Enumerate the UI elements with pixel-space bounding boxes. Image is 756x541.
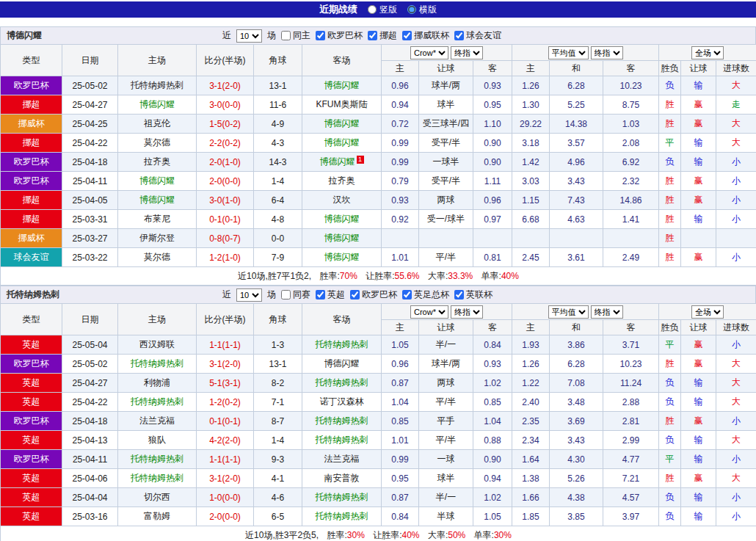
odds-final-select[interactable]: 终指 bbox=[451, 305, 483, 319]
odds-away-cell: 0.94 bbox=[473, 469, 512, 488]
sub-away: 客 bbox=[473, 61, 512, 76]
scope-select[interactable]: 全场 bbox=[691, 305, 724, 319]
match-date: 25-04-06 bbox=[62, 469, 118, 488]
handicap-cell: 平/半 bbox=[419, 248, 473, 267]
team-name: 博德闪耀 bbox=[7, 29, 222, 42]
home-team-cell: 法兰克福 bbox=[118, 412, 197, 431]
avg-final-select[interactable]: 终指 bbox=[591, 46, 623, 59]
handicap-cell: 半/一 bbox=[419, 335, 473, 355]
avg-draw-cell: 4.38 bbox=[550, 488, 603, 507]
home-team-name: 托特纳姆热刺 bbox=[131, 396, 183, 407]
home-team-cell: 博德闪耀 bbox=[118, 191, 197, 210]
filter-same-competition[interactable]: 同赛 bbox=[281, 288, 310, 301]
league-checkbox[interactable] bbox=[316, 31, 325, 40]
avg-home-cell: 1.42 bbox=[512, 153, 550, 172]
result-cell: 负 bbox=[659, 76, 681, 95]
avg-select[interactable]: 平均值 bbox=[548, 46, 589, 59]
league-checkbox[interactable] bbox=[368, 31, 377, 40]
league-checkbox[interactable] bbox=[402, 290, 412, 299]
recent-count-select[interactable]: 10 bbox=[236, 288, 262, 302]
filter-league-1[interactable]: 挪超 bbox=[368, 29, 397, 42]
corner-cell: 6-5 bbox=[254, 507, 302, 526]
filter-league-3[interactable]: 球会友谊 bbox=[454, 29, 501, 42]
goals-cell: 小 bbox=[716, 210, 756, 229]
league-label: 欧罗巴杯 bbox=[327, 29, 363, 42]
summary-stat: 让胜率:40% bbox=[373, 530, 419, 540]
avg-final-select[interactable]: 终指 bbox=[591, 305, 623, 319]
score-cell: 5-1(3-1) bbox=[197, 374, 254, 393]
odds-source-select[interactable]: Crow* bbox=[410, 305, 448, 319]
home-team-cell: 拉齐奥 bbox=[118, 153, 197, 172]
avg-away-cell: 7.21 bbox=[603, 469, 659, 488]
odds-away-cell: 0.95 bbox=[473, 95, 512, 115]
league-badge: 英超 bbox=[1, 507, 62, 526]
handicap-result-cell: 输 bbox=[681, 393, 716, 412]
match-date: 25-05-04 bbox=[62, 335, 118, 355]
filter-league-3[interactable]: 英联杯 bbox=[454, 288, 493, 301]
match-date: 25-04-13 bbox=[62, 431, 118, 450]
league-checkbox[interactable] bbox=[316, 290, 325, 299]
away-team-cell: 托特纳姆热刺 bbox=[302, 335, 382, 355]
odds-source-select[interactable]: Crow* bbox=[410, 46, 448, 59]
corner-cell: 9-3 bbox=[254, 450, 302, 469]
match-date: 25-04-27 bbox=[62, 374, 118, 393]
layout-radio-vertical[interactable]: 竖版 bbox=[368, 4, 397, 16]
score-cell: 1-2(1-0) bbox=[197, 248, 254, 267]
goals-cell: 走 bbox=[716, 95, 756, 115]
summary-stat: 单率:40% bbox=[481, 271, 519, 281]
avg-select[interactable]: 平均值 bbox=[548, 305, 589, 319]
same-competition-checkbox[interactable] bbox=[281, 290, 291, 299]
avg-draw-cell: 3.57 bbox=[550, 134, 603, 153]
handicap-cell: 受三球半/四 bbox=[419, 115, 473, 134]
league-badge: 英超 bbox=[1, 469, 62, 488]
filter-league-1[interactable]: 欧罗巴杯 bbox=[350, 288, 397, 301]
filter-same-home[interactable]: 同主 bbox=[281, 29, 310, 42]
league-badge: 球会友谊 bbox=[1, 248, 62, 267]
odds-away-cell bbox=[473, 229, 512, 248]
away-team-name: 法兰克福 bbox=[324, 454, 360, 464]
summary-stat: 单率:30% bbox=[474, 530, 512, 540]
league-checkbox[interactable] bbox=[350, 290, 360, 299]
odds-home-cell: 0.96 bbox=[382, 76, 419, 95]
league-checkbox[interactable] bbox=[402, 31, 412, 40]
league-checkbox[interactable] bbox=[454, 31, 464, 40]
odds-home-cell: 0.84 bbox=[382, 507, 419, 526]
odds-final-select[interactable]: 终指 bbox=[451, 46, 483, 59]
result-cell: 胜 bbox=[659, 355, 681, 374]
corner-cell: 1-4 bbox=[254, 172, 302, 191]
goals-cell: 大 bbox=[716, 469, 756, 488]
summary-stat: 让胜率:55.6% bbox=[366, 271, 419, 281]
away-team-name: 博德闪耀 bbox=[324, 358, 360, 368]
corner-cell: 7-1 bbox=[254, 393, 302, 412]
away-team-cell: 诺丁汉森林 bbox=[302, 393, 382, 412]
league-badge: 挪超 bbox=[1, 95, 62, 115]
sub-avg-away: 客 bbox=[603, 61, 659, 76]
recent-count-select[interactable]: 10 bbox=[236, 29, 262, 43]
vertical-radio[interactable] bbox=[368, 5, 377, 14]
score-cell: 2-0(0-0) bbox=[197, 507, 254, 526]
filter-league-2[interactable]: 英足总杯 bbox=[402, 288, 449, 301]
filter-league-0[interactable]: 欧罗巴杯 bbox=[316, 29, 363, 42]
filter-league-0[interactable]: 英超 bbox=[316, 288, 345, 301]
horizontal-radio[interactable] bbox=[407, 5, 416, 14]
league-label: 欧罗巴杯 bbox=[362, 288, 397, 301]
goals-cell: 大 bbox=[716, 76, 756, 95]
result-cell: 负 bbox=[659, 488, 681, 507]
home-team-cell: 切尔西 bbox=[118, 488, 197, 507]
avg-draw-cell: 6.28 bbox=[550, 76, 603, 95]
filter-league-2[interactable]: 挪威联杯 bbox=[402, 29, 449, 42]
avg-away-cell bbox=[603, 229, 659, 248]
score-cell: 3-1(2-0) bbox=[197, 355, 254, 374]
avg-home-cell: 2.40 bbox=[512, 393, 550, 412]
home-team-cell: 莫尔德 bbox=[118, 248, 197, 267]
league-checkbox[interactable] bbox=[454, 290, 464, 299]
scope-select[interactable]: 全场 bbox=[691, 46, 724, 59]
corner-cell: 13-1 bbox=[254, 355, 302, 374]
result-cell: 胜 bbox=[659, 95, 681, 115]
same-home-checkbox[interactable] bbox=[281, 31, 291, 40]
topbar: 近期战绩 竖版 横版 bbox=[0, 1, 756, 18]
corner-cell: 6-4 bbox=[254, 191, 302, 210]
away-team-cell: 托特纳姆热刺 bbox=[302, 374, 382, 393]
sub-result: 胜负 bbox=[659, 320, 681, 335]
layout-radio-horizontal[interactable]: 横版 bbox=[407, 4, 437, 16]
